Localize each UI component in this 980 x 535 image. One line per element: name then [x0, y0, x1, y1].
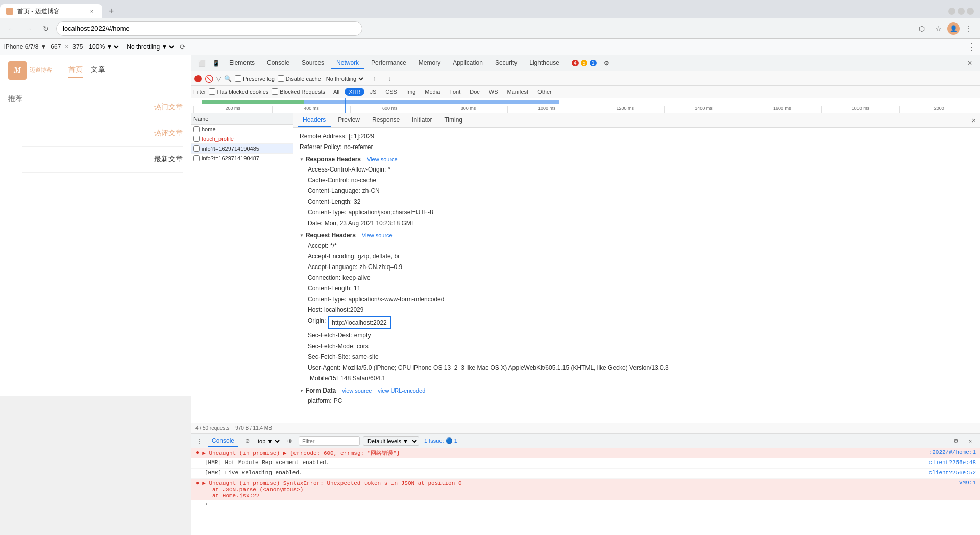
console-tab[interactable]: Console: [208, 435, 238, 447]
more-options-icon[interactable]: ⋮: [967, 41, 976, 53]
maximize-button[interactable]: [958, 8, 965, 15]
devtools-close-button[interactable]: ×: [964, 57, 976, 69]
badge-yellow: 5: [581, 60, 588, 66]
console-close-button[interactable]: ×: [965, 435, 976, 447]
tab-lighthouse[interactable]: Lighthouse: [524, 57, 565, 69]
close-window-button[interactable]: [967, 8, 974, 15]
preserve-log-checkbox[interactable]: Preserve log: [235, 75, 275, 82]
view-url-encoded[interactable]: view URL-encoded: [378, 387, 425, 394]
network-item-touch-profile[interactable]: touch_profile: [191, 134, 293, 144]
import-icon[interactable]: ↑: [368, 72, 380, 85]
default-levels-select[interactable]: Default levels ▼: [363, 436, 419, 446]
referrer-policy-label: Referrer Policy:: [300, 142, 342, 152]
tab-close-button[interactable]: ×: [88, 7, 96, 15]
form-platform-row: platform: PC: [308, 396, 974, 405]
detail-tab-response[interactable]: Response: [367, 114, 405, 127]
filter-tab-js[interactable]: JS: [365, 88, 380, 96]
detail-close-button[interactable]: ×: [972, 116, 976, 125]
view-source-form[interactable]: view source: [342, 387, 372, 394]
cast-icon[interactable]: ⬡: [915, 21, 929, 36]
filter-tab-ws[interactable]: WS: [485, 88, 502, 96]
filter-icon[interactable]: ▽: [216, 75, 221, 82]
filter-tab-manifest[interactable]: Manifest: [503, 88, 533, 96]
view-source-request[interactable]: View source: [362, 232, 393, 238]
console-link-3[interactable]: client?256e:52: [929, 470, 976, 476]
tab-favicon: [6, 8, 13, 15]
filter-tab-doc[interactable]: Doc: [465, 88, 484, 96]
tab-sources[interactable]: Sources: [297, 57, 329, 69]
zoom-select[interactable]: 100% ▼: [87, 43, 120, 51]
console-info-2: [HMR] Live Reloading enabled. client?256…: [191, 469, 980, 479]
resp-header-acao: Access-Control-Allow-Origin: *: [308, 165, 974, 174]
tab-memory[interactable]: Memory: [413, 57, 446, 69]
devtools-icon-inspect[interactable]: ⬜: [195, 57, 208, 69]
filter-tab-all[interactable]: All: [329, 88, 344, 96]
console-filter-input[interactable]: [299, 436, 360, 446]
filter-tab-css[interactable]: CSS: [381, 88, 401, 96]
network-item-info-2[interactable]: info?t=1629714190487: [191, 154, 293, 163]
referrer-policy-row: Referrer Policy: no-referrer: [300, 142, 974, 152]
tick-800: 800 ms: [429, 106, 507, 113]
has-blocked-checkbox[interactable]: Has blocked cookies: [209, 88, 268, 95]
timeline-bar-blue: [304, 100, 559, 104]
article-item-1[interactable]: 热门文章: [22, 94, 183, 120]
device-selector[interactable]: iPhone 6/7/8 ▼: [4, 43, 46, 51]
issues-badge[interactable]: 1 Issue: 🔵 1: [424, 437, 457, 444]
detail-tab-timing[interactable]: Timing: [439, 114, 468, 127]
console-link-4[interactable]: VM9:1: [959, 480, 976, 486]
detail-tab-initiator[interactable]: Initiator: [407, 114, 437, 127]
nav-home[interactable]: 首页: [68, 63, 83, 78]
filter-tab-media[interactable]: Media: [421, 88, 444, 96]
console-context-select[interactable]: top ▼: [256, 437, 281, 445]
address-input[interactable]: [56, 21, 362, 36]
console-settings-icon[interactable]: ⚙: [950, 435, 962, 447]
throttle-dropdown[interactable]: No throttling: [324, 75, 365, 82]
network-item-home[interactable]: home: [191, 125, 293, 134]
console-eye-icon[interactable]: 👁: [284, 435, 296, 447]
disable-cache-checkbox[interactable]: Disable cache: [278, 75, 321, 82]
nav-articles[interactable]: 文章: [91, 63, 105, 78]
detail-tab-preview[interactable]: Preview: [333, 114, 365, 127]
tab-application[interactable]: Application: [448, 57, 488, 69]
site-header: M 迈道博客 首页 文章: [0, 55, 191, 86]
console-clear-icon[interactable]: ⊘: [241, 435, 253, 447]
network-item-info-1[interactable]: info?t=1629714190485: [191, 144, 293, 154]
extensions-icon[interactable]: ⋮: [962, 21, 976, 36]
tab-performance[interactable]: Performance: [366, 57, 411, 69]
tab-network[interactable]: Network: [331, 57, 364, 69]
devtools-settings-icon[interactable]: ⚙: [601, 57, 613, 69]
active-tab[interactable]: 首页 - 迈道博客 ×: [0, 4, 102, 18]
req-header-sfd: Sec-Fetch-Dest: empty: [308, 331, 974, 340]
filter-tab-other[interactable]: Other: [533, 88, 556, 96]
clear-button[interactable]: 🚫: [205, 75, 213, 83]
filter-tab-img[interactable]: Img: [402, 88, 420, 96]
tab-console[interactable]: Console: [262, 57, 295, 69]
export-icon[interactable]: ↓: [383, 72, 396, 85]
refresh-button[interactable]: ↻: [39, 21, 53, 36]
tab-security[interactable]: Security: [490, 57, 522, 69]
blocked-requests-checkbox[interactable]: Blocked Requests: [272, 88, 325, 95]
minimize-button[interactable]: [948, 8, 955, 15]
tab-elements[interactable]: Elements: [224, 57, 260, 69]
article-item-3[interactable]: 最新文章: [22, 147, 183, 173]
requests-count: 4 / 50 requests: [195, 425, 229, 431]
console-link-1[interactable]: :2022/#/home:1: [929, 449, 976, 455]
profile-icon[interactable]: 👤: [947, 22, 960, 35]
devtools-icon-mobile[interactable]: 📱: [210, 57, 222, 69]
rotate-icon[interactable]: ⟳: [180, 43, 186, 51]
article-item-2[interactable]: 热评文章: [22, 120, 183, 147]
throttle-select[interactable]: No throttling ▼: [125, 43, 176, 51]
req-header-origin: Origin: http://localhost:2022: [308, 316, 974, 329]
search-icon[interactable]: 🔍: [224, 75, 232, 82]
forward-button[interactable]: →: [21, 21, 36, 36]
detail-tab-headers[interactable]: Headers: [298, 114, 331, 127]
network-status-bar: 4 / 50 requests 970 B / 11.4 MB: [191, 423, 980, 433]
bookmark-icon[interactable]: ☆: [931, 21, 945, 36]
filter-tab-font[interactable]: Font: [445, 88, 464, 96]
view-source-response[interactable]: View source: [367, 156, 398, 162]
record-button[interactable]: [194, 75, 202, 82]
new-tab-button[interactable]: +: [104, 4, 118, 18]
console-link-2[interactable]: client?256e:48: [929, 459, 976, 466]
back-button[interactable]: ←: [4, 21, 18, 36]
filter-tab-xhr[interactable]: XHR: [345, 88, 364, 96]
